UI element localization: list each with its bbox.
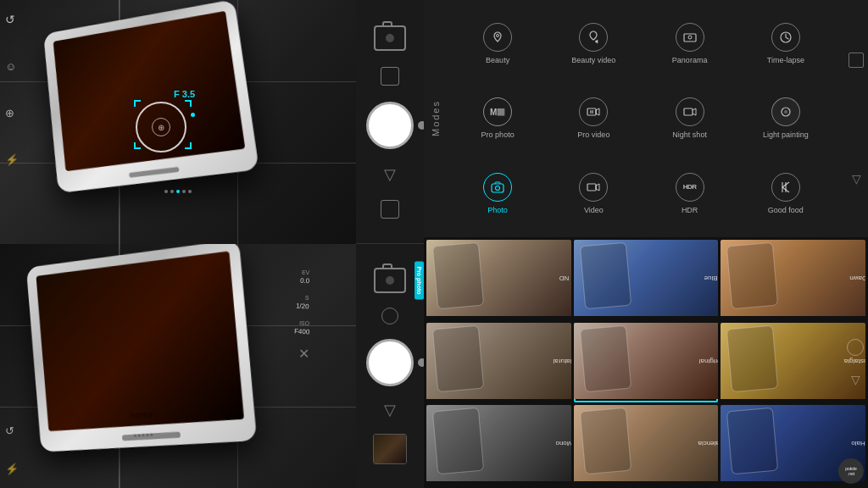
level-dot <box>182 190 186 193</box>
filter-halo-label: Halo <box>851 440 865 447</box>
nav-arrow-bottom[interactable]: ▽ <box>384 401 396 419</box>
mode-item-good-food[interactable]: Good food <box>740 169 832 218</box>
watermark-text: pokde.net <box>845 466 857 476</box>
filter-phone-nd <box>432 242 484 310</box>
left-icons-top: ↺ ☺ ⊕ ⚡ <box>5 13 19 166</box>
filter-nd-label: ND <box>559 274 569 282</box>
modes-nav-square <box>849 53 864 68</box>
filter-original-label: Original <box>699 357 718 364</box>
filter-blue[interactable]: Blue <box>574 240 719 320</box>
middle-top: ▽ <box>356 0 424 244</box>
hdr-icon: HDR <box>676 173 704 202</box>
filter-valencia[interactable]: Valencia <box>574 405 719 485</box>
filter-nav-circle <box>847 339 864 356</box>
shutter-button-top[interactable] <box>366 102 414 149</box>
filters-section: ND Blue Dawn Natu <box>424 237 868 488</box>
focus-corner-bl <box>134 142 141 149</box>
s-value: 1/20 <box>296 302 309 311</box>
beauty-label: Beauty <box>486 56 509 64</box>
mode-item-video[interactable]: Video <box>548 169 639 218</box>
middle-panel: ▽ Pro photo ▽ <box>356 0 424 488</box>
modes-nav-arrow[interactable]: ▽ <box>852 172 861 186</box>
middle-bottom: Pro photo ▽ <box>356 244 424 488</box>
filter-natural-label: Natural <box>553 357 570 364</box>
filter-nostalgia[interactable]: Nostalgia <box>721 323 865 403</box>
nav-arrow-top[interactable]: ▽ <box>384 165 396 184</box>
pro-photo-badge: Pro photo <box>415 262 424 300</box>
filter-mono[interactable]: Mono <box>426 405 571 485</box>
video-icon <box>579 173 608 202</box>
night-shot-icon <box>676 97 704 126</box>
shutter-area-top <box>366 102 414 149</box>
beauty-icon <box>483 23 512 52</box>
shutter-area-bottom <box>366 339 414 386</box>
close-params-icon[interactable]: ✕ <box>298 346 309 362</box>
focus-corner-tl <box>134 100 141 107</box>
shutter-button-bottom[interactable] <box>366 339 414 386</box>
mode-item-panorama[interactable]: Panorama <box>644 19 736 68</box>
face-detect-icon[interactable]: ☺ <box>5 60 19 73</box>
watermark: pokde.net <box>838 458 864 484</box>
modes-section: Modes Beauty <box>424 0 868 237</box>
rotate-icon[interactable]: ↺ <box>5 13 19 26</box>
level-dot <box>170 190 174 193</box>
svg-point-3 <box>688 36 692 39</box>
filter-phone-mono <box>432 408 484 475</box>
mode-item-timelapse[interactable]: Time-lapse <box>740 19 832 68</box>
focus-corner-tr <box>185 100 192 107</box>
pro-photo-icon: M ⬜ <box>483 97 512 126</box>
light-painting-label: Light painting <box>763 130 809 139</box>
mode-item-hdr[interactable]: HDR HDR <box>644 169 736 218</box>
filter-nav-arrow[interactable]: ▽ <box>851 373 860 386</box>
settings-icon[interactable]: ⊕ <box>5 107 19 119</box>
mode-item-night-shot[interactable]: Night shot <box>644 94 736 142</box>
filter-dawn-label: Dawn <box>849 274 865 282</box>
night-shot-label: Night shot <box>672 130 707 139</box>
small-square-mid <box>381 200 399 219</box>
filter-dawn[interactable]: Dawn <box>721 240 865 320</box>
mode-item-pro-photo[interactable]: M ⬜ Pro photo <box>452 94 543 142</box>
focus-corner-br <box>185 142 192 149</box>
phone-viewfinder-bottom: honor <box>33 247 294 480</box>
flash-icon[interactable]: ⚡ <box>5 153 19 166</box>
filter-blue-label: Blue <box>704 274 718 282</box>
pro-switch-icon: Pro photo <box>374 268 406 293</box>
main-container: ⊕ F 3.5 ↺ ☺ ⊕ ⚡ <box>0 0 868 488</box>
filter-mono-label: Mono <box>555 440 571 447</box>
mode-item-beauty-video[interactable]: Beauty video <box>548 19 639 68</box>
small-circle-mid <box>381 308 398 324</box>
filter-phone-original <box>579 324 631 392</box>
filter-phone-halo <box>726 408 778 475</box>
right-panel: Modes Beauty <box>424 0 868 488</box>
photo-label: Photo <box>487 206 508 214</box>
filter-phone-natural <box>432 324 484 392</box>
mode-item-photo[interactable]: Photo <box>452 169 543 218</box>
focus-circle: ⊕ <box>136 102 186 152</box>
svg-marker-1 <box>595 40 598 43</box>
filter-original[interactable]: Original <box>574 323 719 403</box>
ev-label: EV <box>301 269 309 275</box>
pro-mode-switch-icon[interactable] <box>374 268 406 293</box>
level-dot <box>164 190 168 193</box>
timelapse-label: Time-lapse <box>767 56 804 64</box>
swap-icon[interactable]: ↺ <box>5 424 19 437</box>
last-photo-thumbnail[interactable] <box>373 434 407 464</box>
filter-nav: ▽ <box>847 339 864 386</box>
filter-nd[interactable]: ND <box>426 240 571 320</box>
timelapse-icon <box>771 23 800 52</box>
left-panel: ⊕ F 3.5 ↺ ☺ ⊕ ⚡ <box>0 0 356 488</box>
filter-natural[interactable]: Natural <box>426 323 571 403</box>
mode-item-pro-video[interactable]: M Pro video <box>548 94 639 142</box>
camera-mode-switch-icon[interactable] <box>374 25 406 51</box>
filter-phone-valencia <box>579 408 631 475</box>
iso-value: F400 <box>294 328 310 336</box>
mode-item-light-painting[interactable]: Light painting <box>740 94 832 142</box>
flash-icon-bottom[interactable]: ⚡ <box>5 463 19 475</box>
f-stop-display: F 3.5 <box>174 89 195 99</box>
ev-value: 0.0 <box>300 277 310 286</box>
svg-point-10 <box>784 110 787 114</box>
svg-rect-13 <box>587 184 596 191</box>
beauty-video-label: Beauty video <box>571 56 615 64</box>
mode-item-beauty[interactable]: Beauty <box>452 19 543 68</box>
hdr-label: HDR <box>682 206 698 214</box>
